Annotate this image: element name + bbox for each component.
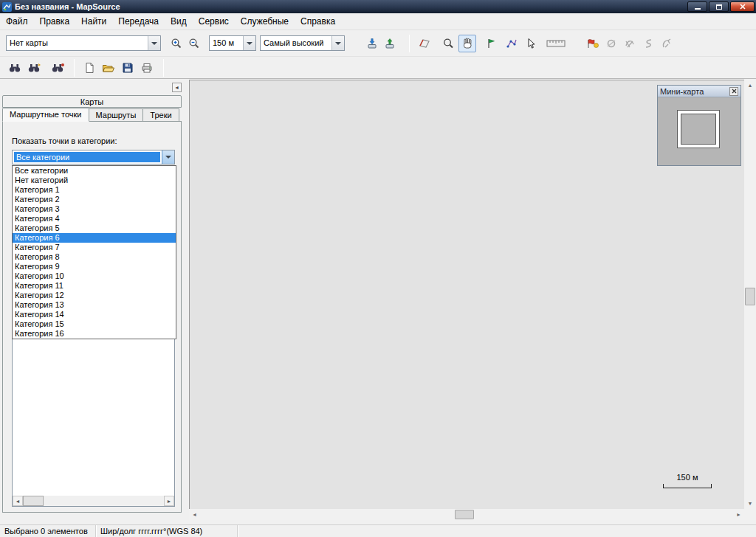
category-option[interactable]: Категория 16	[13, 329, 176, 339]
open-file-button[interactable]	[100, 59, 117, 77]
detail-level-value: Самый высокий	[261, 36, 331, 50]
zoom-out-button[interactable]	[185, 35, 203, 52]
category-option[interactable]: Категория 11	[13, 281, 176, 291]
disabled-tool-button-2[interactable]	[621, 35, 639, 52]
zoom-scale-dropdown-button[interactable]	[243, 36, 255, 50]
category-option[interactable]: Нет категорий	[13, 176, 176, 185]
vscrollbar-thumb[interactable]	[745, 288, 755, 305]
category-option[interactable]: Категория 5	[13, 224, 176, 233]
category-option[interactable]: Категория 14	[13, 310, 176, 319]
left-panel: ◄ Карты Маршрутные точки Маршруты Треки …	[0, 79, 185, 524]
zoom-in-icon	[171, 38, 182, 49]
category-option[interactable]: Категория 4	[13, 214, 176, 224]
menu-item[interactable]: Передача	[112, 13, 165, 30]
disabled-tool-button-4[interactable]	[658, 35, 676, 52]
collapse-left-icon: ◄	[174, 85, 179, 90]
disabled-tool-button-1[interactable]	[602, 35, 620, 52]
category-option[interactable]: Категория 13	[13, 300, 176, 310]
scroll-right-button[interactable]: ►	[733, 509, 744, 520]
minimap-close-button[interactable]	[729, 87, 738, 96]
save-button[interactable]	[119, 59, 137, 77]
selection-tool-button[interactable]	[522, 35, 540, 52]
printer-icon	[141, 62, 153, 74]
disabled-tool-icon-2	[624, 38, 636, 49]
zoom-in-button[interactable]	[168, 35, 185, 52]
tab-waypoints[interactable]: Маршрутные точки	[2, 108, 89, 122]
scroll-left-button[interactable]: ◄	[189, 509, 200, 520]
map-select-tool-button[interactable]	[416, 35, 433, 52]
colored-flag-button[interactable]	[584, 35, 602, 52]
disabled-tool-icon-3	[642, 38, 654, 49]
menu-item[interactable]: Сервис	[193, 13, 235, 30]
zoom-tool-button[interactable]	[439, 35, 457, 52]
category-option[interactable]: Категория 8	[13, 252, 176, 262]
status-bar: Выбрано 0 элементов Шир/долг гггг.гггг°(…	[0, 524, 756, 537]
close-button[interactable]	[730, 1, 755, 12]
category-option[interactable]: Категория 6	[13, 233, 176, 243]
send-to-device-button[interactable]	[363, 35, 381, 52]
collapse-panel-button[interactable]: ◄	[172, 83, 182, 92]
scroll-right-button[interactable]: ►	[164, 496, 174, 506]
category-dropdown-button[interactable]	[162, 150, 174, 164]
map-product-combobox[interactable]: Нет карты	[6, 35, 161, 51]
disabled-tool-button-3[interactable]	[639, 35, 657, 52]
detail-level-combobox[interactable]: Самый высокий	[260, 35, 345, 51]
menu-item[interactable]: Правка	[34, 13, 76, 30]
tab-maps[interactable]: Карты	[2, 95, 182, 108]
menu-item[interactable]: Вид	[165, 13, 193, 30]
route-tool-button[interactable]	[503, 35, 520, 52]
new-document-button[interactable]	[80, 59, 98, 77]
measure-tool-button[interactable]	[544, 35, 568, 52]
scroll-up-button[interactable]: ▲	[744, 80, 756, 91]
menu-item[interactable]: Файл	[0, 13, 34, 30]
map-vertical-scrollbar[interactable]: ▲ ▼	[744, 80, 756, 509]
minimap-view[interactable]	[658, 97, 740, 165]
tab-routes[interactable]: Маршруты	[89, 108, 144, 122]
category-option[interactable]: Категория 3	[13, 204, 176, 214]
find-button[interactable]	[6, 59, 24, 77]
find-nearest-button[interactable]	[49, 59, 66, 77]
menu-item[interactable]: Справка	[295, 13, 341, 30]
detail-level-dropdown-button[interactable]	[331, 36, 344, 50]
category-option[interactable]: Категория 1	[13, 185, 176, 195]
pan-tool-button[interactable]	[458, 35, 476, 52]
tab-tracks[interactable]: Треки	[143, 108, 179, 122]
map-horizontal-scrollbar[interactable]: ◄ ►	[189, 509, 744, 520]
map-product-value: Нет карты	[7, 36, 148, 50]
send-to-device-icon	[366, 38, 378, 49]
minimap-title: Мини-карта	[660, 87, 729, 96]
hscrollbar-track[interactable]	[44, 496, 164, 506]
hscrollbar-thumb[interactable]	[23, 496, 44, 506]
maximize-button[interactable]	[709, 1, 729, 12]
arrow-cursor-icon	[525, 38, 537, 49]
waypoints-list-hscrollbar[interactable]: ◄ ►	[13, 496, 174, 506]
find-next-button[interactable]	[25, 59, 43, 77]
scroll-down-button[interactable]: ▼	[744, 498, 756, 509]
category-option[interactable]: Категория 9	[13, 262, 176, 271]
triangle-right-icon: ►	[167, 499, 172, 504]
scale-line	[663, 484, 712, 488]
toolbar-main: Нет карты 150 м Самый высокий	[0, 30, 756, 57]
minimap-titlebar[interactable]: Мини-карта	[658, 86, 740, 97]
category-combobox[interactable]: Все категории	[12, 150, 175, 164]
waypoint-tool-button[interactable]	[482, 35, 500, 52]
category-option[interactable]: Категория 15	[13, 319, 176, 329]
scroll-left-button[interactable]: ◄	[13, 496, 23, 506]
map-product-dropdown-button[interactable]	[148, 36, 160, 50]
category-option[interactable]: Категория 12	[13, 291, 176, 300]
receive-from-device-button[interactable]	[381, 35, 399, 52]
chevron-down-icon	[335, 42, 341, 45]
menu-item[interactable]: Найти	[75, 13, 112, 30]
minimize-button[interactable]	[687, 1, 707, 12]
category-option[interactable]: Все категории	[13, 166, 176, 176]
toolbar-separator	[163, 59, 164, 77]
binoculars-nearest-icon	[51, 63, 64, 73]
zoom-scale-combobox[interactable]: 150 м	[209, 35, 256, 51]
print-button[interactable]	[138, 59, 156, 77]
menu-item[interactable]: Служебные	[235, 13, 295, 30]
hscrollbar-thumb[interactable]	[455, 510, 474, 519]
minimap-extent-rect[interactable]	[678, 111, 719, 148]
category-option[interactable]: Категория 10	[13, 271, 176, 281]
category-option[interactable]: Категория 2	[13, 195, 176, 204]
category-option[interactable]: Категория 7	[13, 243, 176, 252]
